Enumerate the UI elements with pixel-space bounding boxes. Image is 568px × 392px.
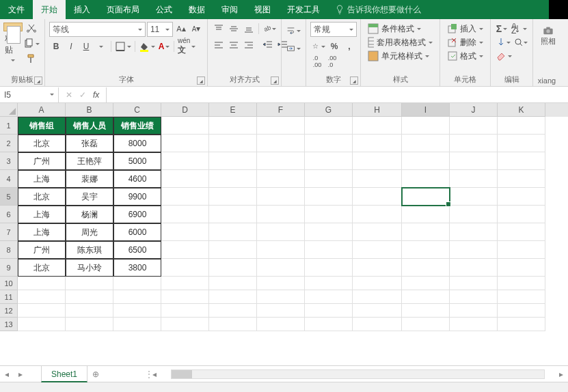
cell-H6[interactable] [353,206,402,223]
tell-me-search[interactable]: 告诉我你想要做什么 [328,4,428,16]
col-header-F[interactable]: F [257,103,305,117]
cell-I6[interactable] [402,206,450,223]
cell-A10[interactable] [18,277,66,290]
cell-K12[interactable] [498,304,545,318]
align-center-button[interactable] [227,38,241,52]
table-format-button[interactable]: 套用表格格式 [365,36,435,49]
cell-B8[interactable]: 陈东琪 [66,241,113,259]
cell-I8[interactable] [402,241,450,259]
cell-F7[interactable] [257,223,305,241]
cell-C1[interactable]: 销售业绩 [113,117,161,135]
tab-page-layout[interactable]: 页面布局 [98,0,148,19]
sheet-tab[interactable]: Sheet1 [41,366,87,382]
cell-E12[interactable] [209,304,257,318]
align-dialog-launcher[interactable]: ◢ [271,76,279,85]
cell-K11[interactable] [498,290,545,304]
row-header-5[interactable]: 5 [0,188,18,206]
cell-J2[interactable] [450,135,498,152]
col-header-I[interactable]: I [402,103,450,117]
row-header-3[interactable]: 3 [0,152,18,170]
cell-F11[interactable] [257,290,305,304]
wrap-text-button[interactable] [286,22,301,40]
decrease-font-button[interactable]: A▾ [189,22,203,36]
cell-A12[interactable] [18,304,66,318]
cell-K3[interactable] [498,152,545,170]
cell-A4[interactable]: 上海 [18,170,66,188]
cell-J1[interactable] [450,117,498,135]
cell-B12[interactable] [66,304,113,318]
format-cells-button[interactable]: 格式 [444,49,486,63]
cell-B7[interactable]: 周光 [66,223,113,241]
cell-C9[interactable]: 3800 [113,259,161,277]
cell-G12[interactable] [305,304,353,318]
camera-button[interactable]: 照相 [537,22,559,49]
cell-K1[interactable] [498,117,545,135]
cell-F9[interactable] [257,259,305,277]
cell-J13[interactable] [450,318,498,331]
cell-K8[interactable] [498,241,545,259]
cell-G1[interactable] [305,117,353,135]
cell-F6[interactable] [257,206,305,223]
cell-I5[interactable] [402,188,450,206]
tab-insert[interactable]: 插入 [66,0,98,19]
cell-E3[interactable] [209,152,257,170]
cell-B4[interactable]: 裴娜 [66,170,113,188]
delete-cells-button[interactable]: 删除 [444,36,486,49]
cell-B10[interactable] [66,277,113,290]
cell-E5[interactable] [209,188,257,206]
cell-J7[interactable] [450,223,498,241]
cell-K5[interactable] [498,188,545,206]
col-header-G[interactable]: G [305,103,353,117]
row-header-11[interactable]: 11 [0,290,18,304]
cell-E10[interactable] [209,277,257,290]
cell-I9[interactable] [402,259,450,277]
cell-H13[interactable] [353,318,402,331]
underline-dropdown[interactable] [94,40,108,53]
cell-B13[interactable] [66,318,113,331]
cell-I4[interactable] [402,170,450,188]
italic-button[interactable]: I [64,40,78,53]
decrease-indent-button[interactable] [261,38,275,52]
cell-I13[interactable] [402,318,450,331]
autosum-button[interactable]: Σ [495,22,509,36]
cell-A11[interactable] [18,290,66,304]
tab-file[interactable]: 文件 [0,0,33,19]
cell-I2[interactable] [402,135,450,152]
cell-B9[interactable]: 马小玲 [66,259,113,277]
cell-K2[interactable] [498,135,545,152]
cell-F13[interactable] [257,318,305,331]
col-header-J[interactable]: J [450,103,498,117]
cell-C12[interactable] [113,304,161,318]
cell-I7[interactable] [402,223,450,241]
cell-B5[interactable]: 吴宇 [66,188,113,206]
row-header-8[interactable]: 8 [0,241,18,259]
cell-D4[interactable] [161,170,209,188]
row-header-7[interactable]: 7 [0,223,18,241]
tab-formulas[interactable]: 公式 [148,0,180,19]
cell-F1[interactable] [257,117,305,135]
cell-E9[interactable] [209,259,257,277]
cell-J3[interactable] [450,152,498,170]
cell-K9[interactable] [498,259,545,277]
cell-H10[interactable] [353,277,402,290]
font-color-button[interactable]: A [157,40,171,53]
paste-button[interactable]: 粘贴 [4,22,21,64]
cell-B6[interactable]: 杨澜 [66,206,113,223]
cell-styles-button[interactable]: 单元格样式 [365,49,435,63]
align-bottom-button[interactable] [242,22,256,36]
cell-G13[interactable] [305,318,353,331]
cell-J11[interactable] [450,290,498,304]
fx-button[interactable]: fx [93,90,99,100]
align-right-button[interactable] [242,38,256,52]
cell-H8[interactable] [353,241,402,259]
cell-C13[interactable] [113,318,161,331]
cell-C5[interactable]: 9900 [113,188,161,206]
cell-A13[interactable] [18,318,66,331]
cell-K13[interactable] [498,318,545,331]
col-header-B[interactable]: B [66,103,113,117]
cell-B11[interactable] [66,290,113,304]
cell-D7[interactable] [161,223,209,241]
cell-E4[interactable] [209,170,257,188]
qat-button[interactable] [549,0,568,19]
cell-E6[interactable] [209,206,257,223]
